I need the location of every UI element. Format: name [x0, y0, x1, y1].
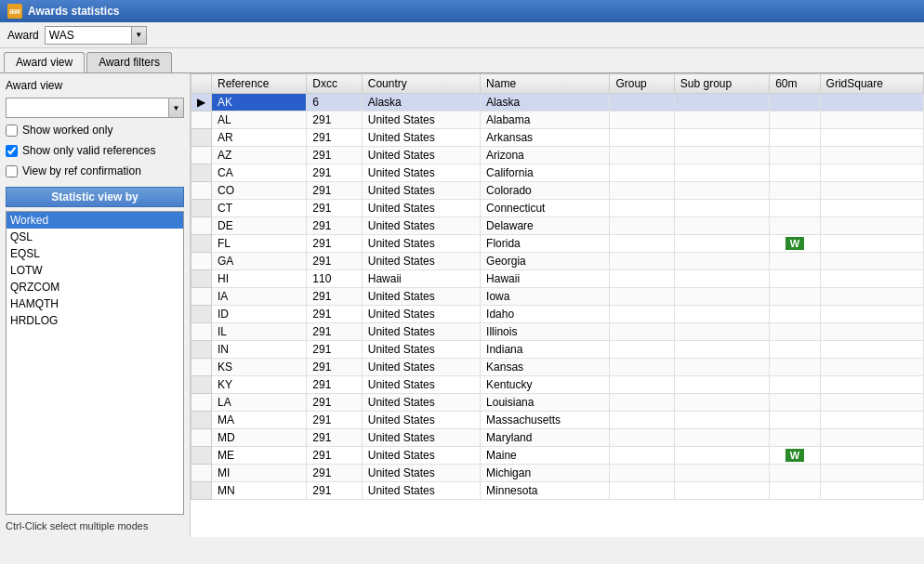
table-row[interactable]: MI291United StatesMichigan — [191, 465, 924, 482]
table-row[interactable]: CO291United StatesColorado — [191, 182, 924, 200]
table-row[interactable]: AZ291United StatesArizona — [191, 147, 924, 164]
table-row[interactable]: KS291United StatesKansas — [191, 359, 924, 376]
cell-country: United States — [362, 147, 480, 164]
expand-cell[interactable] — [191, 147, 212, 164]
cell-name: Delaware — [481, 217, 610, 235]
view-by-ref-checkbox[interactable] — [6, 165, 18, 177]
col-name[interactable]: Name — [481, 74, 610, 94]
cell-gridsquare — [820, 164, 923, 182]
list-item[interactable]: QSL — [7, 229, 183, 245]
table-row[interactable]: ▶AK6AlaskaAlaska — [191, 94, 924, 111]
table-row[interactable]: AL291United StatesAlabama — [191, 111, 924, 129]
expand-cell[interactable] — [191, 129, 212, 147]
expand-cell[interactable] — [191, 482, 212, 500]
col-reference[interactable]: Reference — [212, 74, 307, 94]
table-row[interactable]: KY291United StatesKentucky — [191, 376, 924, 394]
table-row[interactable]: HI110HawaiiHawaii — [191, 270, 924, 288]
expand-cell[interactable] — [191, 235, 212, 253]
w-badge: W — [785, 449, 804, 462]
expand-cell[interactable]: ▶ — [191, 94, 212, 111]
table-row[interactable]: ME291United StatesMaineW — [191, 447, 924, 465]
table-row[interactable]: IN291United StatesIndiana — [191, 341, 924, 359]
expand-cell[interactable] — [191, 429, 212, 447]
cell-band — [770, 129, 820, 147]
cell-subgroup — [674, 306, 769, 323]
show-worked-label[interactable]: Show worked only — [22, 124, 112, 137]
expand-cell[interactable] — [191, 359, 212, 376]
list-item[interactable]: Worked — [7, 212, 183, 229]
table-row[interactable]: IA291United StatesIowa — [191, 288, 924, 306]
expand-cell[interactable] — [191, 182, 212, 200]
statistic-list-wrapper: WorkedQSLEQSLLOTWQRZCOMHAMQTHHRDLOG — [6, 211, 184, 515]
cell-reference: HI — [212, 270, 307, 288]
show-valid-checkbox[interactable] — [6, 145, 18, 157]
expand-cell[interactable] — [191, 341, 212, 359]
expand-cell[interactable] — [191, 111, 212, 129]
app-icon: aw — [7, 4, 22, 19]
table-row[interactable]: IL291United StatesIllinois — [191, 323, 924, 341]
expand-cell[interactable] — [191, 465, 212, 482]
cell-band — [770, 288, 820, 306]
expand-cell[interactable] — [191, 217, 212, 235]
main-table: Reference Dxcc Country Name Group Sub gr… — [191, 73, 924, 500]
table-row[interactable]: MA291United StatesMassachusetts — [191, 412, 924, 429]
award-view-select[interactable]: ▼ — [6, 98, 184, 118]
title-bar: aw Awards statistics — [0, 0, 924, 22]
cell-group — [610, 394, 674, 412]
award-dropdown-btn[interactable]: ▼ — [131, 27, 146, 44]
table-row[interactable]: AR291United StatesArkansas — [191, 129, 924, 147]
list-item[interactable]: QRZCOM — [7, 279, 183, 295]
cell-group — [610, 253, 674, 270]
expand-cell[interactable] — [191, 447, 212, 465]
cell-country: United States — [362, 323, 480, 341]
col-country[interactable]: Country — [362, 74, 480, 94]
award-view-select-btn[interactable]: ▼ — [168, 98, 183, 117]
cell-name: Idaho — [481, 306, 610, 323]
tab-award-filters[interactable]: Award filters — [86, 52, 172, 72]
expand-cell[interactable] — [191, 200, 212, 217]
cell-country: United States — [362, 482, 480, 500]
statistic-list[interactable]: WorkedQSLEQSLLOTWQRZCOMHAMQTHHRDLOG — [6, 211, 184, 515]
table-row[interactable]: MN291United StatesMinnesota — [191, 482, 924, 500]
table-row[interactable]: CA291United StatesCalifornia — [191, 164, 924, 182]
table-row[interactable]: FL291United StatesFloridaW — [191, 235, 924, 253]
table-row[interactable]: DE291United StatesDelaware — [191, 217, 924, 235]
col-group[interactable]: Group — [610, 74, 674, 94]
expand-cell[interactable] — [191, 323, 212, 341]
col-dxcc[interactable]: Dxcc — [307, 74, 362, 94]
cell-band — [770, 182, 820, 200]
cell-country: United States — [362, 164, 480, 182]
list-item[interactable]: EQSL — [7, 245, 183, 262]
cell-subgroup — [674, 376, 769, 394]
table-row[interactable]: MD291United StatesMaryland — [191, 429, 924, 447]
expand-cell[interactable] — [191, 394, 212, 412]
expand-cell[interactable] — [191, 376, 212, 394]
view-by-ref-label[interactable]: View by ref confirmation — [22, 164, 141, 177]
table-row[interactable]: LA291United StatesLouisiana — [191, 394, 924, 412]
col-60m[interactable]: 60m — [770, 74, 820, 94]
expand-cell[interactable] — [191, 306, 212, 323]
cell-name: Florida — [481, 235, 610, 253]
expand-cell[interactable] — [191, 412, 212, 429]
expand-cell[interactable] — [191, 270, 212, 288]
show-valid-label[interactable]: Show only valid references — [22, 144, 155, 157]
cell-band — [770, 323, 820, 341]
expand-cell[interactable] — [191, 164, 212, 182]
col-gridsquare[interactable]: GridSquare — [820, 74, 923, 94]
expand-cell[interactable] — [191, 288, 212, 306]
list-item[interactable]: HRDLOG — [7, 312, 183, 329]
table-row[interactable]: ID291United StatesIdaho — [191, 306, 924, 323]
expand-cell[interactable] — [191, 253, 212, 270]
show-worked-checkbox[interactable] — [6, 125, 18, 137]
cell-reference: IA — [212, 288, 307, 306]
table-row[interactable]: GA291United StatesGeorgia — [191, 253, 924, 270]
award-select[interactable]: WAS ▼ — [45, 26, 147, 45]
table-row[interactable]: CT291United StatesConnecticut — [191, 200, 924, 217]
tab-award-view[interactable]: Award view — [4, 52, 85, 72]
cell-reference: CT — [212, 200, 307, 217]
list-item[interactable]: HAMQTH — [7, 295, 183, 312]
cell-subgroup — [674, 288, 769, 306]
col-subgroup[interactable]: Sub group — [674, 74, 769, 94]
cell-band — [770, 465, 820, 482]
list-item[interactable]: LOTW — [7, 262, 183, 279]
